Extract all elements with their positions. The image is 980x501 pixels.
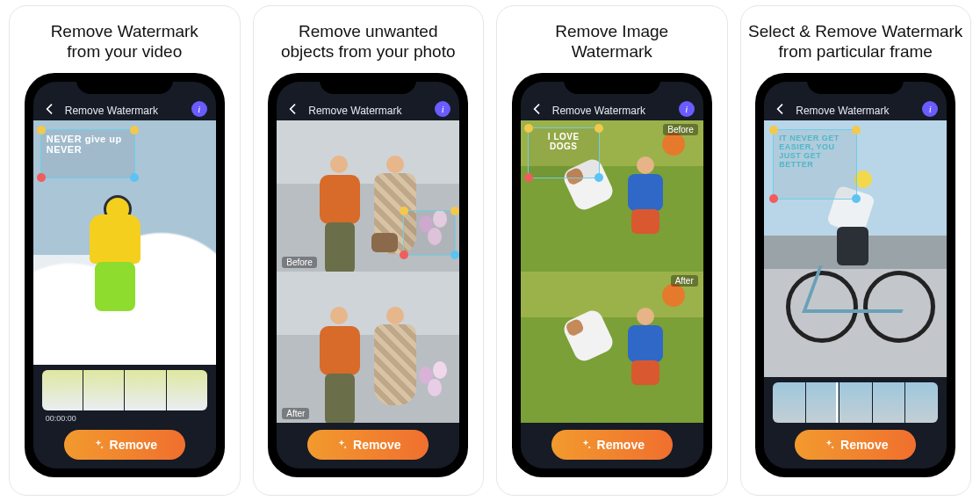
video-timeline[interactable] (42, 370, 207, 410)
frame-thumb[interactable] (839, 382, 872, 423)
back-button[interactable] (42, 101, 58, 117)
remove-button[interactable]: Remove (64, 430, 185, 460)
timecode: 00:00:00 (46, 414, 76, 423)
sparkle-icon (580, 439, 592, 451)
top-bar: Remove Watermark i (277, 82, 459, 120)
timeline-thumb (42, 370, 83, 410)
top-bar: Remove Watermark i (521, 82, 703, 120)
back-button[interactable] (285, 101, 301, 117)
remove-button-label: Remove (840, 438, 888, 452)
watermark-selection[interactable]: I LOVE DOGS (528, 127, 600, 178)
back-button[interactable] (773, 101, 789, 117)
info-icon: i (442, 104, 444, 114)
handle-icon[interactable] (769, 126, 778, 134)
info-button[interactable]: i (191, 101, 207, 117)
timeline-thumb (83, 370, 124, 410)
before-image: Before (277, 120, 459, 272)
timeline-thumb (125, 370, 165, 410)
remove-button[interactable]: Remove (551, 430, 673, 460)
back-arrow-icon (774, 102, 788, 116)
watermark-selection[interactable]: NEVER give up NEVER (40, 129, 135, 178)
unwanted-object-puppy (371, 233, 398, 252)
back-button[interactable] (530, 101, 545, 117)
media-area[interactable]: I LOVE DOGS Before After (521, 120, 703, 423)
bottom-panel: 00:00:00 Remove (33, 365, 216, 468)
app-screen-3: Remove Watermark i (521, 82, 703, 468)
handle-icon[interactable] (524, 124, 533, 133)
caption-4-line2: from particular frame (779, 42, 933, 61)
caption-2-line1: Remove unwanted (299, 22, 437, 40)
caption-3-line1: Remove Image (555, 22, 668, 40)
phone-mockup-1: Remove Watermark i (25, 73, 225, 477)
frame-thumb[interactable] (773, 382, 805, 423)
screen-title: Remove Watermark (65, 105, 184, 117)
handle-icon[interactable] (37, 173, 46, 182)
watermark-text: IT NEVER GET EASIER, YOU JUST GET BETTER (779, 134, 839, 169)
caption-4-line1: Select & Remove Watermark (748, 22, 962, 40)
app-screen-2: Remove Watermark i (277, 82, 459, 468)
after-image: After (277, 272, 459, 423)
media-area[interactable]: IT NEVER GET EASIER, YOU JUST GET BETTER (764, 120, 947, 377)
info-button[interactable]: i (679, 101, 695, 117)
before-label: Before (282, 257, 316, 268)
watermark-selection[interactable]: IT NEVER GET EASIER, YOU JUST GET BETTER (773, 129, 857, 200)
remove-button-label: Remove (597, 438, 645, 452)
media-area[interactable]: Before After (277, 120, 459, 423)
info-icon: i (198, 104, 200, 114)
remove-button-label: Remove (353, 438, 400, 452)
promo-card-4: Select & Remove Watermark from particula… (740, 5, 972, 496)
handle-icon[interactable] (594, 124, 603, 133)
caption-1: Remove Watermark from your video (51, 20, 198, 62)
app-screen-4: Remove Watermark i (764, 82, 947, 468)
remove-button[interactable]: Remove (795, 430, 916, 460)
phone-mockup-2: Remove Watermark i (268, 73, 468, 477)
media-area[interactable]: NEVER give up NEVER (33, 120, 216, 365)
caption-3-line2: Watermark (572, 42, 652, 61)
caption-2: Remove unwanted objects from your photo (281, 20, 456, 62)
caption-4: Select & Remove Watermark from particula… (748, 20, 962, 62)
frame-thumb[interactable] (873, 382, 905, 423)
after-image: After (521, 272, 703, 423)
caption-3: Remove Image Watermark (555, 20, 668, 62)
back-arrow-icon (43, 102, 57, 116)
caption-1-line1: Remove Watermark (51, 22, 198, 40)
object-selection[interactable] (403, 210, 456, 256)
remove-button-label: Remove (110, 438, 157, 452)
sparkle-icon (92, 439, 104, 451)
timeline-thumb (167, 370, 207, 410)
frame-selector[interactable] (773, 382, 938, 423)
handle-icon[interactable] (400, 207, 408, 215)
promo-card-1: Remove Watermark from your video Remove … (9, 5, 241, 496)
screen-title: Remove Watermark (552, 105, 672, 117)
info-icon: i (685, 104, 688, 114)
remove-button[interactable]: Remove (307, 430, 429, 460)
app-screen-1: Remove Watermark i (33, 82, 216, 468)
frame-thumb[interactable] (905, 382, 938, 423)
watermark-text: NEVER give up NEVER (47, 134, 122, 155)
frame-marker[interactable] (836, 382, 838, 423)
info-icon: i (929, 104, 932, 114)
caption-1-line2: from your video (67, 42, 182, 61)
watermark-text: I LOVE DOGS (548, 132, 580, 151)
back-arrow-icon (286, 102, 300, 116)
handle-icon[interactable] (130, 126, 139, 134)
bottom-panel: Remove (764, 377, 947, 468)
top-bar: Remove Watermark i (764, 82, 947, 120)
before-label: Before (663, 124, 697, 135)
balloons (417, 361, 456, 414)
handle-icon[interactable] (130, 173, 139, 182)
handle-icon[interactable] (37, 126, 46, 134)
screen-title: Remove Watermark (796, 105, 915, 117)
top-bar: Remove Watermark i (33, 82, 216, 120)
promo-card-3: Remove Image Watermark Remove Watermark … (496, 5, 728, 496)
handle-icon[interactable] (524, 173, 533, 182)
frame-thumb[interactable] (806, 382, 839, 423)
phone-mockup-4: Remove Watermark i (755, 73, 955, 477)
handle-icon[interactable] (594, 173, 603, 182)
info-button[interactable]: i (922, 101, 938, 117)
after-label: After (282, 408, 309, 419)
after-label: After (671, 275, 698, 287)
info-button[interactable]: i (435, 101, 450, 117)
bottom-panel: Remove (521, 423, 703, 468)
app-store-screenshots: Remove Watermark from your video Remove … (0, 0, 980, 501)
